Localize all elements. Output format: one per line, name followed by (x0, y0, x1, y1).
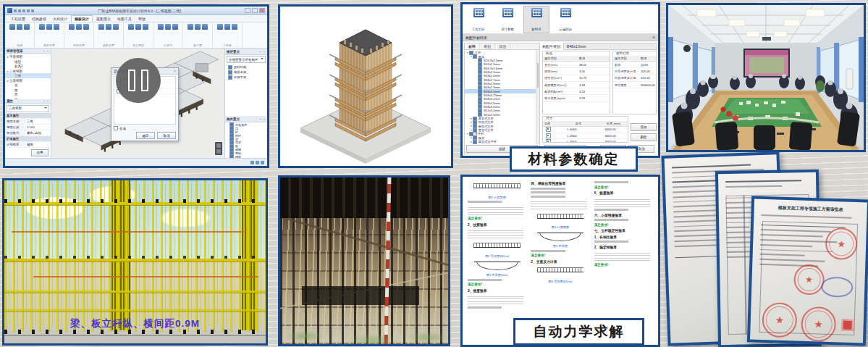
tool-icon[interactable] (224, 24, 230, 30)
filter-selector[interactable]: 按楼层显示所有构件 (227, 56, 266, 63)
tree-expand-icon[interactable]: ▾ (467, 51, 468, 54)
checkbox-icon[interactable] (114, 126, 118, 130)
toolbar-button[interactable]: 云端同步 (552, 6, 578, 33)
size-row[interactable]: L-3000 3000.00 (543, 139, 628, 142)
toolbar-button[interactable]: 设计参数 (494, 6, 521, 33)
side-button[interactable]: 添加 (631, 123, 657, 131)
video-pause-overlay[interactable] (116, 58, 161, 103)
ribbon-icons[interactable] (156, 24, 180, 30)
tool-icon[interactable] (46, 24, 52, 30)
dialog-close-icon[interactable]: × (174, 69, 176, 73)
checkbox-icon[interactable] (473, 54, 477, 59)
checkbox-icon[interactable] (228, 70, 232, 75)
tool-icon[interactable] (9, 24, 15, 30)
bim-3d-canvas[interactable]: 选择楼层 × 楼层 标高1 标高2 (51, 49, 224, 158)
material-tab[interactable]: 其他 (495, 43, 510, 49)
ribbon-tab[interactable]: 大样设计 (50, 16, 70, 22)
tool-icon[interactable] (39, 24, 45, 30)
ribbon-icons[interactable] (215, 24, 240, 30)
tool-icon[interactable] (69, 24, 75, 30)
filter-tree-item[interactable]: 外脚手架 (225, 75, 267, 80)
ribbon-tab[interactable]: 模板设计 (71, 15, 93, 22)
ribbon-group[interactable]: 智能布置 (64, 22, 94, 48)
tool-icon[interactable] (217, 24, 223, 30)
checkbox-icon[interactable] (546, 139, 551, 142)
quick-access-toolbar[interactable] (14, 9, 34, 12)
material-tab[interactable]: 材料 (465, 43, 480, 49)
tool-icon[interactable] (143, 24, 148, 30)
pin-close-icons[interactable]: ▪ × (260, 50, 266, 54)
ribbon-tab[interactable]: 视图显示 (93, 16, 114, 22)
tree-expand-icon[interactable]: ▾ (471, 121, 472, 124)
cancel-button[interactable]: 取消 (157, 132, 176, 139)
ribbon-icons[interactable] (7, 24, 32, 30)
ribbon-tab[interactable]: 绘图工具 (114, 16, 135, 22)
apply-button[interactable]: 应用 (31, 149, 49, 156)
checkbox-icon[interactable] (546, 127, 551, 132)
ribbon-group[interactable]: 安全复核 (124, 22, 153, 48)
ribbon-tab[interactable]: 帮助 (135, 16, 148, 22)
checkbox-icon[interactable] (473, 143, 477, 144)
checkbox-icon[interactable] (228, 65, 232, 70)
size-row[interactable]: L-4500 4500.00 (543, 133, 628, 140)
status-icon[interactable] (256, 161, 259, 164)
ribbon-group[interactable]: 施工图 (183, 22, 213, 48)
tool-icon[interactable] (83, 24, 89, 30)
checkbox-icon[interactable] (228, 75, 232, 80)
minimize-icon[interactable] (245, 8, 250, 13)
ribbon-icons[interactable] (37, 24, 62, 30)
tree-expand-icon[interactable]: ▾ (471, 55, 472, 58)
close-icon[interactable] (259, 8, 265, 13)
pin-close-icons[interactable]: ▪ × (43, 49, 49, 53)
tool-icon[interactable] (106, 24, 111, 30)
toolbar-button[interactable]: 工程特征 (465, 6, 492, 33)
tool-icon[interactable] (98, 24, 104, 30)
filter-tree-item[interactable]: 模板支架 (225, 70, 267, 75)
tree-expand-icon[interactable]: ▸ (7, 70, 9, 73)
tool-icon[interactable] (195, 24, 201, 30)
view-nav-cube[interactable] (215, 142, 222, 155)
ribbon-group[interactable]: 参数设置 (94, 22, 124, 48)
scrollbar[interactable] (536, 50, 539, 144)
pin-close-icons[interactable]: ▪ × (43, 99, 49, 103)
tool-icon[interactable] (187, 24, 193, 30)
tree-expand-icon[interactable]: ▾ (471, 141, 472, 143)
select-all-checkbox[interactable]: 全选 (114, 126, 176, 130)
ribbon-group[interactable]: 选择 (5, 22, 35, 48)
props-type-selector[interactable]: 三维视图 (7, 105, 49, 112)
ribbon-group[interactable]: 计算书 (153, 22, 183, 48)
pin-close-icons[interactable]: ▪ × (260, 117, 266, 121)
tool-icon[interactable] (76, 24, 82, 30)
filter-tree-item[interactable]: 原始结构 (225, 64, 267, 70)
material-tab[interactable]: 类别 (480, 43, 495, 49)
tree-expand-icon[interactable]: ▾ (471, 136, 472, 139)
ribbon-group[interactable]: 工程量 (213, 22, 243, 48)
tree-expand-icon[interactable]: ▸ (7, 55, 9, 59)
toolbar-button[interactable]: 材料库 (523, 6, 549, 33)
tool-icon[interactable] (128, 24, 134, 30)
tree-expand-icon[interactable]: ▾ (471, 125, 472, 127)
status-icon[interactable] (261, 161, 264, 164)
tool-icon[interactable] (113, 24, 119, 30)
tree-expand-icon[interactable]: ▾ (467, 133, 468, 135)
tree-expand-icon[interactable]: ▾ (471, 117, 472, 120)
ribbon-icons[interactable] (126, 24, 151, 30)
ribbon-icons[interactable] (96, 24, 121, 30)
tool-icon[interactable] (202, 24, 208, 30)
tool-icon[interactable] (232, 24, 237, 30)
checkbox-icon[interactable] (546, 133, 551, 138)
maximize-icon[interactable] (252, 8, 258, 13)
material-tree-item[interactable]: ▾ 轮扣式水平杆 (465, 143, 539, 144)
ok-button[interactable]: 确定 (136, 132, 155, 139)
tool-icon[interactable] (158, 24, 164, 30)
side-button[interactable]: 删除 (631, 133, 657, 141)
tool-icon[interactable] (172, 24, 178, 30)
ribbon-tab[interactable]: 结构建模 (29, 16, 49, 22)
tool-icon[interactable] (135, 24, 141, 30)
ribbon-tab[interactable]: 工程设置 (8, 16, 28, 22)
ribbon-icons[interactable] (67, 24, 91, 30)
close-icon[interactable]: × (652, 35, 655, 40)
tool-icon[interactable] (54, 24, 59, 30)
tool-icon[interactable] (17, 24, 22, 30)
status-icon[interactable] (250, 161, 254, 164)
